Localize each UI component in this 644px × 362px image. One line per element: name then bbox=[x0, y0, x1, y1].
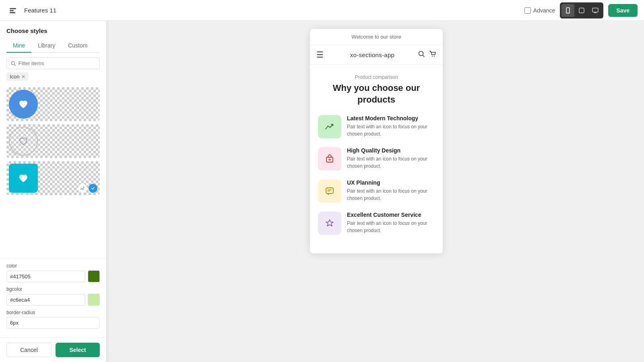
heart-outline-icon bbox=[18, 136, 29, 147]
store-nav-icons bbox=[418, 50, 436, 60]
feature-item-2: High Quality Design Pair text with an ic… bbox=[318, 147, 435, 171]
back-button[interactable] bbox=[6, 4, 19, 17]
svg-rect-0 bbox=[10, 8, 16, 9]
border-radius-input[interactable] bbox=[6, 317, 100, 329]
color-input[interactable] bbox=[6, 271, 85, 282]
feature-desc-3: Pair text with an icon to focus on your … bbox=[347, 187, 435, 202]
store-content: Product comparison Why you choose our pr… bbox=[310, 65, 443, 253]
svg-line-10 bbox=[14, 64, 16, 66]
feature-desc-1: Pair text with an icon to focus on your … bbox=[347, 123, 435, 138]
style-icon-outline-circle bbox=[9, 127, 38, 156]
bgcolor-input[interactable] bbox=[6, 294, 85, 306]
section-title: Why you choose our products bbox=[318, 82, 435, 105]
style-icon-blue-circle bbox=[9, 90, 38, 119]
filter-tag-label: Icon bbox=[10, 74, 20, 80]
svg-rect-8 bbox=[594, 12, 597, 13]
svg-line-12 bbox=[423, 55, 424, 57]
border-radius-label: border-radius bbox=[6, 310, 100, 315]
svg-point-6 bbox=[582, 12, 582, 12]
style-item-2[interactable] bbox=[6, 124, 100, 158]
section-label: Product comparison bbox=[318, 74, 435, 80]
svg-point-14 bbox=[434, 56, 435, 57]
feature-text-4: Excellent Customer Service Pair text wit… bbox=[347, 212, 435, 234]
color-input-row bbox=[6, 270, 100, 282]
style-badges bbox=[78, 184, 97, 193]
feature-title-4: Excellent Customer Service bbox=[347, 212, 435, 218]
svg-rect-1 bbox=[10, 10, 14, 11]
fields-section: color bgcolor border-radius bbox=[0, 258, 106, 337]
hamburger-icon[interactable]: ☰ bbox=[316, 50, 324, 60]
action-buttons: Cancel Select bbox=[0, 337, 106, 362]
feature-desc-4: Pair text with an icon to focus on your … bbox=[347, 220, 435, 234]
filter-tag-remove[interactable]: ✕ bbox=[21, 74, 25, 80]
feature-text-2: High Quality Design Pair text with an ic… bbox=[347, 147, 435, 170]
bgcolor-label: bgcolor bbox=[6, 286, 100, 292]
device-desktop-btn[interactable] bbox=[589, 4, 602, 17]
tab-mine[interactable]: Mine bbox=[6, 39, 31, 53]
feature-item-1: Latest Modern Technology Pair text with … bbox=[318, 115, 435, 138]
device-tablet-btn[interactable] bbox=[575, 4, 588, 17]
store-topbar: Welcome to our store bbox=[310, 29, 443, 45]
main-area: Choose styles Mine Library Custom Icon ✕ bbox=[0, 21, 644, 362]
advance-section: Advance bbox=[524, 7, 555, 14]
search-icon bbox=[11, 61, 16, 66]
feature-desc-2: Pair text with an icon to focus on your … bbox=[347, 155, 435, 170]
svg-rect-18 bbox=[326, 188, 333, 193]
heart-icon bbox=[17, 98, 30, 111]
device-group bbox=[560, 2, 603, 19]
left-panel: Choose styles Mine Library Custom Icon ✕ bbox=[0, 21, 107, 362]
feature-text-3: UX Planning Pair text with an icon to fo… bbox=[347, 179, 435, 202]
feature-item-3: UX Planning Pair text with an icon to fo… bbox=[318, 179, 435, 203]
tab-library[interactable]: Library bbox=[31, 39, 62, 53]
border-radius-input-row bbox=[6, 317, 100, 329]
feature-item-4: Excellent Customer Service Pair text wit… bbox=[318, 212, 435, 235]
feature-text-1: Latest Modern Technology Pair text with … bbox=[347, 115, 435, 138]
svg-point-4 bbox=[568, 12, 568, 12]
canvas-area: Welcome to our store ☰ xo-sections-app bbox=[109, 21, 644, 362]
style-item-3[interactable] bbox=[6, 161, 100, 195]
store-welcome: Welcome to our store bbox=[351, 34, 401, 40]
pin-badge bbox=[78, 184, 87, 193]
color-swatch[interactable] bbox=[88, 270, 100, 282]
search-input[interactable] bbox=[19, 60, 95, 66]
feature-title-2: High Quality Design bbox=[347, 147, 435, 154]
svg-point-13 bbox=[432, 56, 433, 57]
style-rest-1 bbox=[40, 87, 100, 121]
feature-title-1: Latest Modern Technology bbox=[347, 115, 435, 121]
style-rest-2 bbox=[40, 124, 100, 158]
color-label: color bbox=[6, 263, 100, 269]
feature-icon-2 bbox=[318, 147, 341, 171]
tab-custom[interactable]: Custom bbox=[62, 39, 94, 53]
page-title: Features 11 bbox=[24, 7, 520, 14]
advance-checkbox[interactable] bbox=[524, 7, 531, 14]
style-item-1[interactable] bbox=[6, 87, 100, 121]
panel-title: Choose styles bbox=[6, 27, 100, 34]
cart-nav-icon[interactable] bbox=[429, 50, 436, 60]
svg-rect-7 bbox=[592, 8, 598, 12]
feature-icon-4 bbox=[318, 212, 341, 235]
select-button[interactable]: Select bbox=[56, 343, 100, 357]
check-badge bbox=[89, 184, 97, 193]
style-icon-cell-3 bbox=[6, 161, 40, 195]
store-preview: Welcome to our store ☰ xo-sections-app bbox=[310, 29, 443, 253]
svg-marker-21 bbox=[326, 220, 333, 226]
cancel-button[interactable]: Cancel bbox=[6, 343, 52, 357]
heart-teal-icon bbox=[17, 172, 30, 185]
style-icon-cell-2 bbox=[6, 124, 40, 158]
border-radius-field-row: border-radius bbox=[6, 310, 100, 329]
color-field-row: color bbox=[6, 263, 100, 282]
bgcolor-swatch[interactable] bbox=[88, 294, 100, 306]
filter-tag[interactable]: Icon ✕ bbox=[6, 72, 29, 81]
bgcolor-field-row: bgcolor bbox=[6, 286, 100, 306]
search-nav-icon[interactable] bbox=[418, 50, 425, 60]
device-mobile-btn[interactable] bbox=[561, 4, 574, 17]
topbar: Features 11 Advance Save bbox=[0, 0, 644, 21]
svg-rect-2 bbox=[10, 12, 15, 13]
store-nav: ☰ xo-sections-app bbox=[310, 45, 443, 65]
bgcolor-input-row bbox=[6, 294, 100, 306]
style-icon-teal-square bbox=[9, 164, 38, 193]
store-brand: xo-sections-app bbox=[327, 51, 418, 58]
feature-title-3: UX Planning bbox=[347, 179, 435, 186]
panel-header: Choose styles Mine Library Custom Icon ✕ bbox=[0, 21, 106, 84]
save-button[interactable]: Save bbox=[608, 4, 638, 17]
